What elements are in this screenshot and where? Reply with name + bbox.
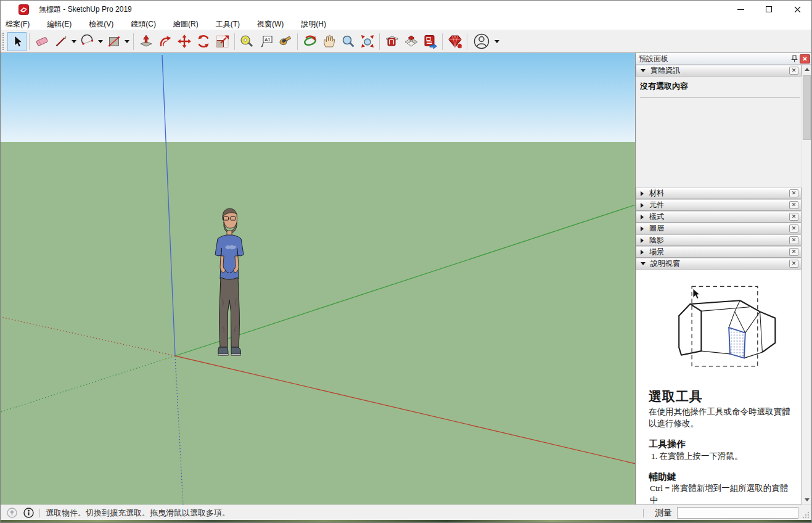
- section-close-button[interactable]: ✕: [789, 67, 798, 75]
- rectangle-tool-button[interactable]: [104, 32, 123, 51]
- sketchup-window: 無標題 - SketchUp Pro 2019 檔案(F) 編輯(E) 檢視(V…: [0, 0, 812, 523]
- instructor-modifier-line: Ctrl = 將實體新增到一組所選取的實體中: [650, 483, 795, 504]
- toolbar-separator: [467, 33, 467, 50]
- section-header-instructor[interactable]: 說明視窗 ✕: [636, 258, 802, 270]
- pan-icon: [321, 33, 337, 49]
- paint-bucket-icon: [277, 33, 293, 49]
- scroll-up-button[interactable]: [802, 65, 812, 74]
- menu-draw[interactable]: 繪圖(R): [165, 18, 207, 30]
- section-close-button[interactable]: ✕: [789, 236, 798, 244]
- extension-warehouse-icon: [446, 33, 464, 50]
- measurement-input[interactable]: [677, 507, 798, 519]
- line-tool-dropdown[interactable]: [70, 32, 78, 51]
- scrollbar-thumb[interactable]: [803, 75, 811, 140]
- 3d-viewport[interactable]: [1, 52, 636, 504]
- scale-figure-person[interactable]: [203, 206, 255, 359]
- section-close-button[interactable]: ✕: [789, 201, 798, 209]
- tape-measure-tool-button[interactable]: [237, 32, 256, 51]
- account-button[interactable]: [470, 32, 493, 51]
- send-to-layout-button[interactable]: [420, 32, 440, 51]
- sketchup-logo-icon: [18, 4, 29, 15]
- panel-titlebar[interactable]: 預設面板 ✕: [636, 53, 811, 65]
- toolbar-separator: [133, 33, 134, 50]
- section-close-button[interactable]: ✕: [789, 213, 798, 221]
- expand-arrow-icon: [641, 215, 644, 220]
- section-header-styles[interactable]: 樣式 ✕: [636, 211, 802, 223]
- rotate-icon: [195, 33, 211, 49]
- close-button[interactable]: [783, 1, 811, 18]
- minimize-button[interactable]: [726, 1, 755, 18]
- menu-help[interactable]: 說明(H): [292, 18, 335, 30]
- section-close-button[interactable]: ✕: [789, 189, 798, 197]
- titlebar: 無標題 - SketchUp Pro 2019: [1, 1, 811, 18]
- toolbar-separator: [379, 33, 380, 50]
- section-header-materials[interactable]: 材料 ✕: [636, 187, 802, 199]
- section-close-button[interactable]: ✕: [789, 224, 798, 233]
- instructor-modifier-heading: 輔助鍵: [649, 471, 795, 483]
- menu-camera[interactable]: 鏡頭(C): [122, 18, 165, 30]
- eraser-icon: [35, 34, 49, 49]
- menu-window[interactable]: 視窗(W): [248, 18, 292, 30]
- maximize-button[interactable]: [755, 1, 783, 18]
- section-header-layers[interactable]: 圖層 ✕: [636, 223, 802, 234]
- chevron-down-icon: [98, 40, 103, 43]
- zoom-extents-tool-button[interactable]: [358, 32, 377, 51]
- instructor-operation-heading: 工具操作: [649, 439, 795, 450]
- extension-warehouse-button[interactable]: [445, 32, 464, 51]
- arc-tool-button[interactable]: [78, 32, 97, 51]
- section-label: 說明視窗: [650, 258, 789, 269]
- share-model-button[interactable]: [401, 32, 420, 51]
- section-close-button[interactable]: ✕: [789, 248, 798, 256]
- arc-tool-dropdown[interactable]: [97, 32, 104, 51]
- scroll-down-button[interactable]: [802, 495, 812, 504]
- entity-info-empty-text: 沒有選取內容: [640, 81, 802, 92]
- section-label: 材料: [649, 188, 789, 199]
- menu-view[interactable]: 檢視(V): [80, 18, 122, 30]
- section-header-shadows[interactable]: 陰影 ✕: [636, 234, 802, 246]
- zoom-extents-icon: [359, 33, 375, 49]
- zoom-tool-button[interactable]: [338, 32, 358, 51]
- eraser-tool-button[interactable]: [32, 32, 51, 51]
- move-tool-button[interactable]: [174, 32, 194, 51]
- section-header-components[interactable]: 元件 ✕: [636, 199, 802, 211]
- info-icon[interactable]: [23, 508, 34, 518]
- resize-grip-icon[interactable]: [802, 511, 810, 519]
- section-header-scenes[interactable]: 場景 ✕: [636, 246, 802, 258]
- divider: [640, 97, 800, 97]
- toolbar-drag-handle[interactable]: [2, 33, 5, 50]
- menubar: 檔案(F) 編輯(E) 檢視(V) 鏡頭(C) 繪圖(R) 工具(T) 視窗(W…: [1, 18, 811, 30]
- geolocation-icon[interactable]: [7, 508, 17, 518]
- expand-arrow-icon: [641, 226, 644, 231]
- statusbar-separator: [643, 509, 644, 517]
- expand-arrow-icon: [641, 191, 644, 196]
- pin-button[interactable]: [789, 54, 800, 64]
- panel-title: 預設面板: [639, 54, 789, 64]
- follow-me-tool-button[interactable]: [155, 32, 174, 51]
- rotate-tool-button[interactable]: [194, 32, 213, 51]
- menu-edit[interactable]: 編輯(E): [38, 18, 80, 30]
- entity-info-body: 沒有選取內容: [636, 76, 802, 187]
- section-close-button[interactable]: ✕: [789, 260, 798, 268]
- statusbar-separator: [39, 509, 40, 517]
- collapse-arrow-icon: [641, 262, 646, 265]
- menu-file[interactable]: 檔案(F): [1, 18, 38, 30]
- panel-close-button[interactable]: ✕: [800, 54, 810, 64]
- pan-tool-button[interactable]: [319, 32, 338, 51]
- account-dropdown[interactable]: [493, 32, 501, 51]
- orbit-tool-button[interactable]: [300, 32, 319, 51]
- text-tool-button[interactable]: A1: [256, 32, 276, 51]
- panel-scrollbar[interactable]: [802, 65, 811, 504]
- scale-tool-button[interactable]: [213, 32, 232, 51]
- scrollbar-track[interactable]: [802, 74, 812, 495]
- desktop-wallpaper-strip: [1, 520, 811, 522]
- push-pull-tool-button[interactable]: [136, 32, 155, 51]
- text-icon: A1: [258, 33, 274, 49]
- rectangle-tool-dropdown[interactable]: [123, 32, 131, 51]
- section-header-entity-info[interactable]: 實體資訊 ✕: [636, 65, 802, 76]
- line-tool-button[interactable]: [51, 32, 70, 51]
- section-label: 場景: [649, 247, 789, 257]
- 3d-warehouse-button[interactable]: [382, 32, 401, 51]
- paint-bucket-tool-button[interactable]: [276, 32, 295, 51]
- select-tool-button[interactable]: [7, 32, 27, 51]
- menu-tools[interactable]: 工具(T): [207, 18, 248, 30]
